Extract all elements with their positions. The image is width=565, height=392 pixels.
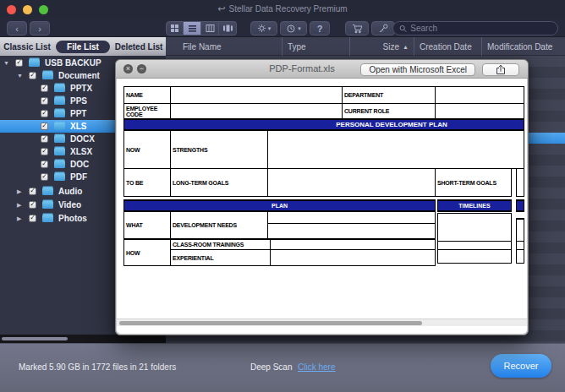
sheet-banner-pdp: PERSONAL DEVELOPMENT PLAN xyxy=(123,118,524,131)
sheet-cell-strengths: STRENGTHS xyxy=(170,130,268,169)
sheet-banner-timelines: TIMELINES xyxy=(437,199,512,212)
checkbox-checked[interactable]: ✓ xyxy=(41,84,48,92)
folder-icon xyxy=(54,110,65,117)
help-button[interactable]: ? xyxy=(310,21,330,35)
checkbox-checked[interactable]: ✓ xyxy=(29,215,36,222)
icon-view-button[interactable] xyxy=(166,21,184,35)
tab-file-list[interactable]: File List xyxy=(56,41,110,53)
column-header-creation-date[interactable]: Creation Date xyxy=(414,37,481,56)
sheet-cell-now: NOW xyxy=(123,130,171,169)
column-view-button[interactable] xyxy=(201,21,219,35)
checkbox-checked[interactable]: ✓ xyxy=(41,135,48,143)
nav-forward-button[interactable]: › xyxy=(30,21,50,35)
tree-label: DOC xyxy=(70,160,89,169)
column-header-file-name[interactable]: File Name xyxy=(166,37,282,56)
checkbox-checked[interactable]: ✓ xyxy=(41,97,48,105)
search-icon xyxy=(399,24,407,33)
column-headers: File Name Type Size▲ Creation Date Modif… xyxy=(166,37,565,56)
preview-window: × − PDP-Format.xls Open with Microsoft E… xyxy=(115,59,529,335)
sheet-cell-current-role: CURRENT ROLE xyxy=(342,103,436,119)
tree-label: DOCX xyxy=(70,134,95,144)
folder-icon xyxy=(54,97,65,105)
sidebar-hscrollbar[interactable] xyxy=(0,335,166,343)
activation-button[interactable] xyxy=(371,21,395,35)
sheet-cell-blank xyxy=(270,238,436,250)
tab-classic-list[interactable]: Classic List xyxy=(0,42,54,52)
list-view-button[interactable] xyxy=(184,21,201,35)
preview-hscrollbar[interactable] xyxy=(117,318,527,326)
disclosure-closed-icon[interactable]: ▶ xyxy=(17,215,21,222)
preview-file-title: PDP-Format.xls xyxy=(243,63,361,74)
app-window: ↩Stellar Data Recovery Premium ‹ › ▾ xyxy=(0,0,565,392)
cart-icon xyxy=(352,24,363,34)
folder-icon xyxy=(54,173,65,181)
sheet-cell-short-term-goals: SHORT-TERM GOALS xyxy=(435,168,512,197)
back-arrow-icon: ↩ xyxy=(217,3,225,14)
checkbox-checked[interactable]: ✓ xyxy=(29,72,36,79)
sheet-cell-blank xyxy=(170,86,343,104)
sheet-cell-development-needs: DEVELOPMENT NEEDS xyxy=(170,211,268,239)
titlebar: ↩Stellar Data Recovery Premium xyxy=(0,0,565,19)
checkbox-checked[interactable]: ✓ xyxy=(41,148,48,155)
checkbox-checked[interactable]: ✓ xyxy=(41,122,48,130)
sheet-cell-employee-code: EMPLOYEE CODE xyxy=(123,103,171,119)
column-header-type[interactable]: Type xyxy=(282,37,349,56)
recover-button[interactable]: Recover xyxy=(491,354,551,378)
open-with-excel-button[interactable]: Open with Microsoft Excel xyxy=(360,63,475,76)
list-tabbar: Classic List File List Deleted List xyxy=(0,37,166,56)
checkbox-checked[interactable]: ✓ xyxy=(41,110,48,117)
tree-label: Photos xyxy=(58,214,87,223)
deep-scan-label: Deep Scan xyxy=(250,362,292,372)
nav-back-button[interactable]: ‹ xyxy=(7,21,27,35)
preview-hscrollbar-thumb[interactable] xyxy=(119,321,422,325)
sheet-cell-blank xyxy=(170,103,343,119)
buy-button[interactable] xyxy=(345,21,369,35)
key-icon xyxy=(378,24,389,34)
tree-label: USB BACKUP xyxy=(45,58,101,68)
sheet-cell-blank xyxy=(516,218,524,242)
column-header-modification-date[interactable]: Modification Date xyxy=(481,37,565,56)
gear-icon xyxy=(257,24,266,33)
sheet-cell-classroom-trainings: CLASS-ROOM TRAININGS xyxy=(170,238,271,250)
column-header-size[interactable]: Size▲ xyxy=(349,37,414,56)
search-field[interactable] xyxy=(392,21,558,35)
caret-icon: ▾ xyxy=(268,23,272,35)
marked-summary-text: Marked 5.90 GB in 1772 files in 21 folde… xyxy=(19,362,176,372)
disclosure-closed-icon[interactable]: ▶ xyxy=(17,188,21,195)
settings-dropdown-button[interactable]: ▾ xyxy=(250,21,277,35)
resume-recovery-dropdown-button[interactable]: ▾ xyxy=(280,21,307,35)
share-icon xyxy=(496,64,506,75)
sheet-cell-how: HOW xyxy=(123,238,171,266)
tree-label: PPS xyxy=(70,96,87,106)
sheet-banner-plan: PLAN xyxy=(123,199,436,212)
tree-label: XLS xyxy=(70,122,86,131)
checkbox-checked[interactable]: ✓ xyxy=(41,173,48,181)
disclosure-open-icon[interactable]: ▼ xyxy=(17,73,23,79)
disclosure-closed-icon[interactable]: ▶ xyxy=(17,202,21,209)
folder-icon xyxy=(54,135,65,143)
sheet-cell-name: NAME xyxy=(123,86,171,104)
toolbar: ‹ › ▾ ▾ ? xyxy=(0,19,565,37)
folder-icon xyxy=(42,201,53,209)
folder-icon xyxy=(54,161,65,168)
coverflow-view-button[interactable] xyxy=(219,21,237,35)
disclosure-open-icon[interactable]: ▼ xyxy=(3,60,9,66)
sheet-cell-experiential: EXPERIENTIAL xyxy=(170,249,271,266)
folder-icon xyxy=(29,59,40,67)
deep-scan-link[interactable]: Click here xyxy=(298,362,335,372)
checkbox-checked[interactable]: ✓ xyxy=(41,161,48,168)
caret-icon: ▾ xyxy=(298,23,301,35)
search-input[interactable] xyxy=(410,24,551,33)
preview-close-button[interactable]: × xyxy=(123,64,133,74)
checkbox-checked[interactable]: ✓ xyxy=(29,201,36,209)
sidebar-hscrollbar-thumb[interactable] xyxy=(2,337,68,340)
folder-icon xyxy=(42,72,53,79)
share-button[interactable] xyxy=(482,63,519,76)
sheet-cell-blank xyxy=(267,130,524,169)
checkbox-checked[interactable]: ✓ xyxy=(15,59,23,67)
tab-deleted-list[interactable]: Deleted List xyxy=(112,42,166,52)
sheet-cell-blank xyxy=(270,249,436,266)
checkbox-checked[interactable]: ✓ xyxy=(29,188,36,195)
preview-minimize-button[interactable]: − xyxy=(137,64,146,74)
grid-icon xyxy=(170,24,179,33)
